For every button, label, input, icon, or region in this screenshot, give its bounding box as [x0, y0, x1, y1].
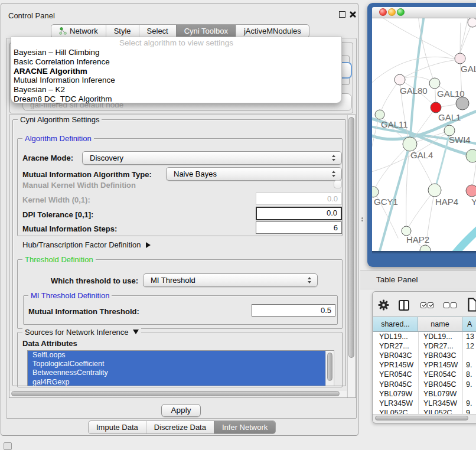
network-node[interactable]	[456, 97, 469, 110]
network-edge[interactable]	[380, 80, 400, 115]
tab-label: Network	[70, 27, 98, 35]
tab-discretize-data[interactable]: Discretize Data	[146, 421, 214, 433]
tab-style[interactable]: Style	[106, 25, 139, 37]
algorithm-option[interactable]: Mutual Information Inference	[11, 76, 341, 85]
table-horizontal-scrollbar-thumb[interactable]	[375, 416, 468, 420]
network-node[interactable]	[420, 245, 431, 251]
select-all-checkbox-icon-2[interactable]	[428, 302, 433, 308]
table-cell: YER054C	[379, 370, 412, 379]
table-body[interactable]: YDL19...YDL19...13YDR27...YDR27...12YBR0…	[373, 332, 476, 414]
network-node-label: GAL1	[438, 112, 461, 122]
table-cell: YLR345W	[379, 399, 413, 407]
network-node-y[interactable]	[466, 185, 476, 197]
attributes-scrollbar-thumb[interactable]	[327, 353, 332, 381]
tab-jactivemnodules[interactable]: jActiveMNodules	[236, 25, 309, 37]
attributes-scrollbar[interactable]	[325, 351, 333, 386]
settings-vertical-scrollbar-thumb[interactable]	[348, 117, 354, 358]
table-row[interactable]: YBL079WYBL079W	[373, 390, 476, 399]
table-row[interactable]: YPR145WYPR145W9.	[373, 361, 476, 370]
mi-algorithm-type-combo[interactable]: Naive Bayes	[166, 167, 342, 181]
sources-group-title[interactable]: Sources for Network Inference	[22, 328, 141, 337]
close-traffic-light-icon[interactable]	[379, 8, 387, 16]
tab-label: Discretize Data	[154, 423, 206, 432]
table-horizontal-scrollbar[interactable]	[373, 414, 476, 422]
network-node-gal1[interactable]	[431, 102, 441, 113]
network-node-label: HAP4	[435, 197, 458, 207]
network-node[interactable]	[468, 18, 476, 27]
tab-network[interactable]: Network	[51, 25, 106, 37]
deselect-all-checkbox-icon-2[interactable]	[451, 302, 457, 308]
minimized-panel-icon[interactable]	[4, 442, 12, 450]
hub-definition-expander[interactable]: Hub/Transcription Factor Definition	[22, 240, 151, 249]
network-canvas[interactable]: GALGAL80GAL10GAL1GAL11SWI4GAL4GCY1HAP4YH…	[372, 18, 476, 251]
mi-steps-field[interactable]: 6	[256, 221, 342, 234]
table-row[interactable]: YLR345WYLR345W9.	[373, 399, 476, 409]
manual-kernel-width-checkbox[interactable]	[334, 180, 342, 188]
network-node-gal10[interactable]	[429, 78, 440, 89]
which-threshold-combo[interactable]: MI Threshold	[143, 273, 318, 287]
algorithm-option[interactable]: Bayesian – Hill Climbing	[11, 48, 341, 57]
network-node-gal4[interactable]	[403, 137, 417, 151]
deselect-all-checkbox-icon[interactable]	[444, 302, 449, 308]
data-attribute-item[interactable]: SelfLoops	[28, 351, 325, 360]
network-edge[interactable]	[400, 60, 458, 80]
tab-cyni-toolbox[interactable]: Cyni Toolbox	[176, 25, 236, 37]
table-cell: YBR043C	[379, 351, 412, 360]
data-attribute-item[interactable]: TopologicalCoefficient	[28, 360, 325, 369]
network-node-hap4[interactable]	[428, 184, 441, 197]
close-icon[interactable]	[349, 11, 357, 18]
table-row[interactable]: YDL19...YDL19...13	[373, 332, 476, 342]
algorithm-option[interactable]: Dream8 DC_TDC Algorithm	[11, 94, 341, 104]
algorithm-option[interactable]: Basic Correlation Inference	[11, 57, 341, 67]
network-node-label: Y	[471, 197, 476, 207]
data-attributes-items: SelfLoopsTopologicalCoefficientBetweenne…	[28, 351, 334, 386]
zoom-traffic-light-icon[interactable]	[397, 8, 405, 16]
apply-button[interactable]: Apply	[161, 404, 201, 417]
dpi-tolerance-field[interactable]: 0.0	[256, 207, 342, 220]
data-attributes-list[interactable]: SelfLoopsTopologicalCoefficientBetweenne…	[27, 350, 334, 386]
table-row[interactable]: YBR043CYBR043C	[373, 351, 476, 361]
network-edge[interactable]	[418, 18, 435, 83]
network-node-gal11[interactable]	[375, 110, 384, 119]
data-attribute-item[interactable]: gal4RGexp	[28, 378, 325, 386]
column-header-shared[interactable]: shared...	[373, 317, 418, 332]
column-header-name[interactable]: name	[418, 317, 462, 332]
network-edge[interactable]	[406, 190, 435, 231]
tab-select[interactable]: Select	[139, 25, 176, 37]
float-panel-icon[interactable]	[339, 11, 345, 18]
algorithm-option[interactable]: ARACNE Algorithm	[11, 67, 341, 76]
algorithm-placeholder: Select algorithm to view settings	[11, 38, 341, 48]
mi-threshold-label: Mutual Information Threshold:	[28, 307, 139, 316]
select-all-checkbox-icon[interactable]	[420, 302, 426, 308]
tab-label: Infer Network	[222, 423, 268, 432]
panel-divider-grip[interactable]	[361, 217, 364, 222]
network-node[interactable]	[466, 149, 476, 162]
combo-spinner-icon	[329, 171, 338, 177]
data-attribute-item[interactable]: BetweennessCentrality	[28, 369, 325, 377]
tab-infer-network[interactable]: Infer Network	[214, 421, 275, 433]
column-visibility-icon[interactable]	[399, 300, 409, 311]
algorithm-options-list: Bayesian – Hill ClimbingBasic Correlatio…	[11, 48, 341, 104]
table-cell: YDL19...	[379, 332, 408, 341]
network-node-gal80[interactable]	[395, 74, 405, 85]
network-node-gal[interactable]	[455, 53, 465, 64]
table-row[interactable]: YBR045CYBR045C9.	[373, 380, 476, 390]
table-row[interactable]: YIL052CYIL052C9.	[373, 409, 476, 414]
table-row[interactable]: YER054CYER054C8.	[373, 370, 476, 380]
hub-definition-label: Hub/Transcription Factor Definition	[22, 240, 141, 249]
document-icon[interactable]	[468, 298, 476, 312]
table-row[interactable]: YDR27...YDR27...12	[373, 342, 476, 351]
network-edge[interactable]	[454, 226, 476, 251]
aracne-mode-combo[interactable]: Discovery	[82, 151, 342, 165]
network-node-gcy1[interactable]	[372, 187, 379, 197]
network-edge[interactable]	[410, 18, 424, 144]
tab-impute-data[interactable]: Impute Data	[89, 421, 146, 433]
mi-threshold-field[interactable]: 0.5	[252, 304, 335, 317]
minimize-traffic-light-icon[interactable]	[388, 8, 396, 16]
gear-icon[interactable]	[378, 299, 389, 311]
screen: { "control_panel": { "title": "Control P…	[0, 0, 476, 450]
column-header-partial[interactable]: A	[462, 317, 476, 332]
algorithm-option[interactable]: Bayesian – K2	[11, 85, 341, 94]
kernel-width-field[interactable]: 0.0	[256, 193, 342, 205]
settings-horizontal-scrollbar-thumb[interactable]	[11, 391, 340, 396]
